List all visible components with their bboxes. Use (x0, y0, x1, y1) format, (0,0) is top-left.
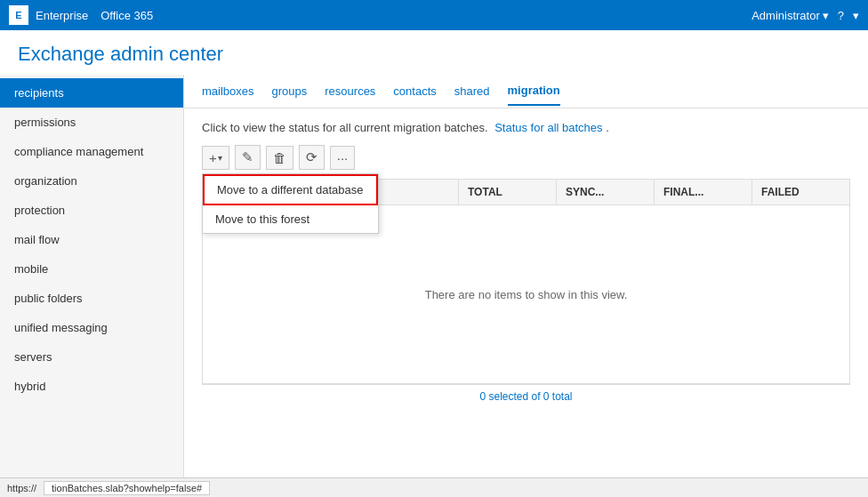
edit-button[interactable]: ✎ (235, 145, 261, 170)
sidebar-item-mobile[interactable]: mobile (0, 254, 183, 284)
admin-menu[interactable]: Administrator ▾ (751, 9, 829, 22)
topbar-links: Enterprise Office 365 (36, 9, 153, 22)
toolbar: + ▾ ✎ 🗑 ⟳ ··· Move to a di (202, 145, 850, 170)
more-button[interactable]: ··· (330, 146, 356, 170)
add-chevron-icon: ▾ (218, 153, 222, 163)
info-dot: . (606, 121, 609, 134)
status-bar: https:// tionBatches.slab?showhelp=false… (0, 477, 868, 497)
subnav-mailboxes[interactable]: mailboxes (202, 77, 254, 105)
sidebar-item-public-folders[interactable]: public folders (0, 284, 183, 313)
logo-letter: E (15, 10, 21, 20)
sidebar-item-mail-flow[interactable]: mail flow (0, 225, 183, 254)
app-logo: E (9, 5, 28, 25)
subnav-shared[interactable]: shared (454, 77, 490, 105)
main-layout: recipients permissions compliance manage… (0, 75, 868, 495)
col-final: FINAL... (655, 180, 752, 204)
empty-message: There are no items to show in this view. (425, 288, 628, 301)
sidebar-item-permissions[interactable]: permissions (0, 108, 183, 137)
sidebar-item-hybrid[interactable]: hybrid (0, 372, 183, 401)
subnav-resources[interactable]: resources (325, 77, 375, 105)
more-icon: ··· (337, 150, 349, 165)
selection-count: 0 selected of 0 total (479, 390, 572, 403)
subnav-contacts[interactable]: contacts (393, 77, 436, 105)
refresh-button[interactable]: ⟳ (299, 145, 325, 170)
topbar-left: E Enterprise Office 365 (9, 5, 153, 25)
url-left: https:// (7, 483, 36, 493)
subnav-groups[interactable]: groups (272, 77, 308, 105)
sidebar-item-unified-messaging[interactable]: unified messaging (0, 313, 183, 342)
edit-icon: ✎ (242, 149, 253, 165)
topbar-right: Administrator ▾ ? ▾ (751, 9, 859, 22)
refresh-icon: ⟳ (306, 149, 317, 165)
sidebar-item-recipients[interactable]: recipients (0, 78, 183, 108)
sidebar: recipients permissions compliance manage… (0, 75, 184, 495)
delete-button[interactable]: 🗑 (266, 146, 293, 170)
content-area: Click to view the status for all current… (184, 108, 868, 495)
dropdown-menu: Move to a different database Move to thi… (202, 173, 379, 234)
sidebar-item-servers[interactable]: servers (0, 342, 183, 372)
sidebar-item-organization[interactable]: organization (0, 166, 183, 196)
sidebar-item-protection[interactable]: protection (0, 196, 183, 225)
status-link[interactable]: Status for all batches (494, 121, 602, 134)
info-text: Click to view the status for all current… (202, 121, 488, 134)
admin-label: Administrator (751, 9, 820, 22)
topbar: E Enterprise Office 365 Administrator ▾ … (0, 0, 868, 30)
subnav: mailboxes groups resources contacts shar… (184, 75, 868, 108)
col-failed: FAILED (752, 180, 849, 204)
help-chevron-icon: ▾ (853, 9, 859, 22)
info-bar: Click to view the status for all current… (202, 121, 850, 134)
footer-status: 0 selected of 0 total (202, 384, 850, 408)
subnav-migration[interactable]: migration (508, 76, 560, 106)
page-title: Exchange admin center (0, 30, 868, 75)
main-content: mailboxes groups resources contacts shar… (184, 75, 868, 495)
url-right: tionBatches.slab?showhelp=false# (44, 481, 210, 495)
sidebar-item-compliance-management[interactable]: compliance management (0, 137, 183, 166)
help-button[interactable]: ? (838, 9, 844, 22)
delete-icon: 🗑 (273, 150, 286, 165)
add-button[interactable]: + ▾ (202, 146, 229, 170)
admin-chevron-icon: ▾ (823, 9, 829, 22)
col-total: TOTAL (459, 180, 557, 204)
col-sync: SYNC... (557, 180, 655, 204)
dropdown-item-move-forest[interactable]: Move to this forest (203, 205, 378, 233)
office365-link[interactable]: Office 365 (100, 9, 153, 22)
enterprise-link[interactable]: Enterprise (36, 9, 88, 22)
dropdown-item-move-database[interactable]: Move to a different database (203, 174, 378, 205)
add-icon: + (209, 150, 217, 165)
